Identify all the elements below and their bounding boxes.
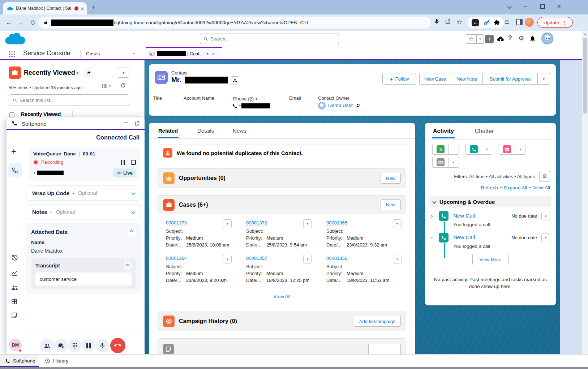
list-search-box[interactable]	[9, 94, 130, 106]
recording-pause-icon[interactable]	[121, 160, 125, 165]
workspace-tab-contact[interactable]: | Cont... ▾ ×	[146, 48, 221, 59]
password-key-extension-icon[interactable]	[483, 20, 490, 26]
email-button[interactable]	[432, 157, 449, 168]
nav-object-tab-cases[interactable]: Cases	[86, 51, 100, 56]
timeline-item-actions-button[interactable]: ▾	[541, 233, 550, 242]
timeline-expander-icon[interactable]: ›	[431, 234, 433, 241]
share-icon[interactable]	[445, 18, 451, 25]
end-call-button[interactable]	[110, 338, 125, 353]
partial-list-button[interactable]	[368, 344, 401, 354]
extension-icon-dark[interactable]	[472, 19, 479, 26]
tab-activity[interactable]: Activity	[432, 124, 455, 138]
list-search-input[interactable]	[20, 98, 126, 103]
wrapup-code-section[interactable]: Wrap Up Code · Optional	[26, 185, 141, 201]
mute-mic-button[interactable]	[95, 339, 109, 352]
global-search-box[interactable]	[200, 34, 339, 44]
event-dropdown-button[interactable]: ▾	[515, 144, 525, 155]
timeline-expander-icon[interactable]: ›	[431, 213, 433, 220]
notes-section[interactable]: Notes · Optional	[26, 204, 141, 219]
softphone-active-call-tab-icon[interactable]	[8, 163, 22, 177]
case-row-actions-button[interactable]: ▾	[223, 219, 232, 228]
new-opportunity-button[interactable]: New	[381, 173, 401, 184]
profile-avatar-chrome[interactable]	[525, 18, 534, 27]
list-actions-dropdown-button[interactable]: ▾	[118, 68, 129, 78]
case-row-actions-button[interactable]: ▾	[303, 219, 312, 228]
new-tab-button[interactable]: +	[92, 4, 95, 11]
campaign-history-header[interactable]: Campaign History (0) Add to Campaign	[158, 312, 406, 331]
bookmark-star-icon[interactable]: ☆	[456, 18, 462, 26]
wrapup-expand-chevron-icon[interactable]	[131, 191, 135, 195]
list-view-title[interactable]: Recently Viewed	[24, 69, 75, 77]
case-row-actions-button[interactable]: ▾	[223, 255, 232, 263]
softphone-popout-icon[interactable]	[134, 121, 140, 126]
address-bar[interactable]: lightning.force.com/lightning/r/Contact/…	[38, 17, 431, 29]
task-dropdown-button[interactable]: ▾	[449, 144, 459, 155]
case-row-actions-button[interactable]: ▾	[393, 219, 402, 228]
display-as-caret-icon[interactable]: ▾	[109, 84, 111, 88]
log-call-button[interactable]	[465, 144, 482, 155]
window-minimize-button[interactable]: –	[523, 3, 527, 10]
view-more-button[interactable]: View More	[472, 254, 508, 265]
utility-softphone-tab[interactable]: Softphone	[0, 355, 39, 367]
global-search-input[interactable]	[210, 36, 336, 42]
scrollbar-thumb[interactable]	[583, 38, 587, 113]
case-number-link[interactable]: 00001356	[326, 256, 347, 261]
trailhead-icon[interactable]	[497, 35, 505, 43]
activity-filter-gear-button[interactable]: ⚙	[539, 171, 550, 182]
upcoming-overdue-header[interactable]: Upcoming & Overdue	[429, 196, 551, 207]
setup-gear-icon[interactable]: ⚙	[518, 34, 524, 42]
case-row-actions-button[interactable]: ▾	[303, 255, 312, 263]
reading-list-icon[interactable]: ☰	[505, 19, 509, 25]
window-close-button[interactable]: ×	[557, 3, 561, 10]
select-all-checkbox[interactable]	[9, 112, 14, 117]
list-view-caret-icon[interactable]: ▾	[77, 71, 79, 76]
recording-device-button[interactable]	[54, 339, 68, 352]
transcript-collapse-button[interactable]	[124, 262, 132, 270]
notifications-bell-icon[interactable]	[529, 35, 536, 42]
new-event-button[interactable]	[499, 144, 515, 155]
view-all-cases-link[interactable]: View All	[273, 294, 290, 299]
browser-forward-button[interactable]: →	[18, 19, 24, 26]
transfer-call-button[interactable]	[40, 339, 54, 352]
cases-header[interactable]: Cases (6+) New	[158, 196, 406, 214]
user-avatar[interactable]	[541, 33, 553, 44]
side-panel-icon[interactable]	[516, 19, 523, 25]
case-number-link[interactable]: 00001364	[166, 256, 187, 261]
add-to-campaign-button[interactable]: Add to Campaign	[354, 316, 401, 327]
browser-reload-button[interactable]	[30, 20, 36, 26]
new-case-button[interactable]: New Case	[419, 73, 451, 85]
timeline-item-title[interactable]: New Call	[453, 234, 475, 240]
call-history-icon[interactable]	[11, 254, 18, 262]
hold-pause-button[interactable]	[82, 339, 95, 352]
cases-tab-dropdown-icon[interactable]: ▾	[133, 51, 135, 55]
case-number-link[interactable]: 00001357	[246, 256, 267, 261]
workspace-tab-caret-icon[interactable]: ▾	[207, 52, 209, 56]
help-icon[interactable]: ?	[508, 34, 512, 42]
app-name[interactable]: Service Console	[23, 50, 70, 57]
case-row-actions-button[interactable]: ▾	[393, 255, 402, 263]
extensions-puzzle-icon[interactable]	[494, 20, 500, 26]
tab-close-icon[interactable]: ×	[81, 5, 84, 12]
chrome-update-button[interactable]: Update ⋮	[537, 17, 573, 28]
list-column-header[interactable]: Recently Viewed	[21, 111, 61, 117]
tab-search-chevron-icon[interactable]	[507, 4, 512, 9]
app-launcher-waffle-icon[interactable]	[8, 50, 16, 58]
change-owner-icon[interactable]	[356, 103, 361, 108]
opportunities-header[interactable]: Opportunities (0) New	[158, 169, 406, 188]
case-number-link[interactable]: 00001373	[166, 220, 187, 226]
notes-pad-icon[interactable]	[11, 312, 18, 319]
owner-name-link[interactable]: Demo User	[328, 103, 353, 108]
attached-collapse-button[interactable]	[127, 227, 136, 236]
favorites-star-button[interactable]: ☆	[466, 34, 477, 44]
timeline-item-actions-button[interactable]: ▾	[541, 212, 550, 220]
window-maximize-button[interactable]	[540, 4, 545, 9]
softphone-new-call-plus-icon[interactable]: +	[11, 146, 16, 156]
browser-tab[interactable]: Dane Maddox | Contact | Sal ×	[3, 2, 87, 14]
case-number-link[interactable]: 00001365	[326, 220, 347, 226]
favorites-dropdown-button[interactable]: ▾	[477, 34, 484, 44]
cases-title[interactable]: Cases (6+)	[179, 202, 208, 208]
new-note-button[interactable]: New Note	[451, 73, 483, 85]
utility-history-tab[interactable]: History	[39, 355, 86, 367]
submit-for-approval-button[interactable]: Submit for Approval	[483, 73, 538, 85]
tab-news[interactable]: News	[233, 128, 246, 134]
